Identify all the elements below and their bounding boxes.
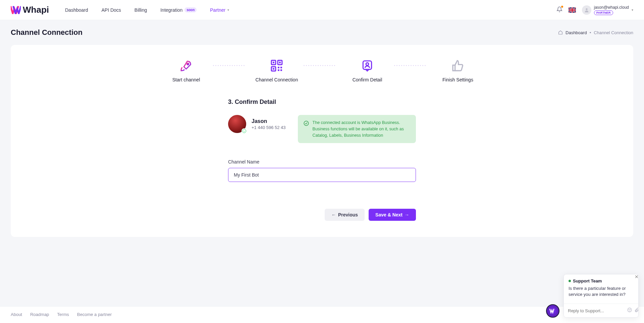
- chat-input-row: [564, 304, 638, 317]
- svg-rect-6: [279, 62, 281, 63]
- page-head: Channel Connection Dashboard • Channel C…: [11, 28, 633, 37]
- chat-widget: ✕ Support Team Is there a particular fea…: [546, 274, 639, 318]
- svg-point-18: [629, 309, 629, 310]
- chat-toggle-button[interactable]: [546, 304, 559, 318]
- step-connector: [213, 65, 250, 66]
- qr-icon: [269, 58, 284, 73]
- page-wrap: Channel Connection Dashboard • Channel C…: [0, 20, 644, 306]
- breadcrumb-separator: •: [590, 30, 591, 35]
- footer-roadmap[interactable]: Roadmap: [30, 312, 49, 317]
- step-channel-connection: Channel Connection: [250, 58, 304, 82]
- svg-rect-9: [278, 67, 279, 68]
- chat-input[interactable]: [568, 308, 624, 313]
- step-label: Finish Settings: [442, 77, 473, 82]
- svg-point-14: [366, 63, 369, 65]
- svg-point-1: [586, 8, 587, 10]
- content: 3. Confirm Detail Jason +1 440 596 52 43: [228, 99, 416, 221]
- attachment-icon[interactable]: [634, 307, 639, 314]
- arrow-left-icon: ←: [331, 212, 336, 217]
- detail-row: Jason +1 440 596 52 43 The connected acc…: [228, 115, 416, 143]
- footer-about[interactable]: About: [11, 312, 22, 317]
- profile-phone: +1 440 596 52 43: [252, 125, 286, 130]
- chat-title: Support Team: [573, 278, 602, 283]
- previous-label: Previous: [338, 212, 358, 217]
- channel-name-input[interactable]: [228, 168, 416, 182]
- stepper: Start channel Channel Connection Confirm…: [11, 58, 633, 82]
- footer-partner[interactable]: Become a partner: [77, 312, 112, 317]
- breadcrumb: Dashboard • Channel Connection: [558, 30, 633, 35]
- svg-point-2: [187, 63, 189, 65]
- svg-rect-4: [273, 62, 274, 63]
- card: Start channel Channel Connection Confirm…: [11, 45, 633, 237]
- nav-partner[interactable]: Partner ▾: [210, 7, 229, 13]
- nav-integration[interactable]: Integration soon: [160, 7, 197, 13]
- footer-terms[interactable]: Terms: [57, 312, 69, 317]
- page-title: Channel Connection: [11, 28, 83, 37]
- status-dot-icon: [569, 280, 571, 282]
- chat-header: Support Team: [564, 274, 638, 285]
- step-label: Channel Connection: [256, 77, 298, 82]
- profile-avatar: [228, 115, 246, 133]
- chevron-down-icon: ▾: [227, 8, 229, 12]
- svg-rect-12: [280, 69, 282, 71]
- chat-panel: Support Team Is there a particular featu…: [564, 274, 639, 318]
- badge-soon: soon: [184, 7, 197, 12]
- chat-message: Is there a particular feature or service…: [564, 285, 638, 302]
- rocket-icon: [179, 58, 194, 73]
- emoji-icon[interactable]: [627, 307, 632, 314]
- logo[interactable]: Whapi: [11, 5, 49, 15]
- nav-apidocs[interactable]: API Docs: [102, 7, 121, 13]
- svg-rect-8: [273, 68, 274, 70]
- language-flag[interactable]: [569, 7, 576, 13]
- user-icon: [584, 7, 589, 13]
- business-check-icon: [303, 120, 309, 138]
- step-start-channel: Start channel: [159, 58, 213, 82]
- partner-badge: PARTNER: [594, 10, 613, 15]
- home-icon: [558, 30, 563, 35]
- nav-dashboard[interactable]: Dashboard: [65, 7, 88, 13]
- svg-point-19: [630, 309, 630, 310]
- notification-dot: [561, 6, 563, 8]
- svg-point-16: [304, 121, 309, 126]
- channel-name-label: Channel Name: [228, 159, 416, 165]
- previous-button[interactable]: ← Previous: [325, 209, 365, 221]
- profile-text: Jason +1 440 596 52 43: [252, 118, 286, 130]
- profile: Jason +1 440 596 52 43: [228, 115, 286, 133]
- user-menu[interactable]: jason@whapi.cloud PARTNER ▾: [582, 5, 633, 15]
- step-finish-settings: Finish Settings: [431, 58, 485, 82]
- svg-rect-11: [278, 69, 279, 71]
- arrow-right-icon: →: [405, 212, 409, 217]
- step-label: Confirm Detail: [353, 77, 382, 82]
- nav-partner-label: Partner: [210, 7, 225, 13]
- logo-mark-icon: [11, 6, 21, 14]
- user-info: jason@whapi.cloud PARTNER: [594, 5, 629, 15]
- thumbs-up-icon: [450, 58, 465, 73]
- save-next-button[interactable]: Save & Next →: [369, 209, 416, 221]
- header: Whapi Dashboard API Docs Billing Integra…: [0, 0, 644, 20]
- svg-rect-10: [280, 67, 282, 68]
- profile-name: Jason: [252, 118, 286, 124]
- logo-mark-icon: [549, 308, 556, 314]
- notice-text: The connected account is WhatsApp Busine…: [313, 120, 411, 138]
- avatar: [582, 5, 591, 15]
- header-left: Whapi Dashboard API Docs Billing Integra…: [11, 5, 229, 15]
- header-right: jason@whapi.cloud PARTNER ▾: [556, 5, 633, 15]
- whatsapp-badge-icon: [241, 128, 247, 134]
- chevron-down-icon: ▾: [632, 8, 633, 12]
- nav-billing[interactable]: Billing: [135, 7, 147, 13]
- breadcrumb-home[interactable]: Dashboard: [566, 30, 587, 35]
- button-row: ← Previous Save & Next →: [228, 209, 416, 221]
- notice: The connected account is WhatsApp Busine…: [298, 115, 416, 143]
- step-label: Start channel: [172, 77, 200, 82]
- save-next-label: Save & Next: [375, 212, 402, 217]
- notifications-button[interactable]: [556, 6, 562, 14]
- breadcrumb-current: Channel Connection: [594, 30, 633, 35]
- logo-text: Whapi: [23, 5, 49, 15]
- chat-panel-wrap: ✕ Support Team Is there a particular fea…: [564, 274, 639, 318]
- chat-close-button[interactable]: ✕: [633, 273, 640, 281]
- step-connector: [304, 65, 340, 66]
- step-connector: [394, 65, 431, 66]
- chat-icons: [627, 307, 639, 314]
- section-title: 3. Confirm Detail: [228, 99, 416, 106]
- step-confirm-detail: Confirm Detail: [340, 58, 394, 82]
